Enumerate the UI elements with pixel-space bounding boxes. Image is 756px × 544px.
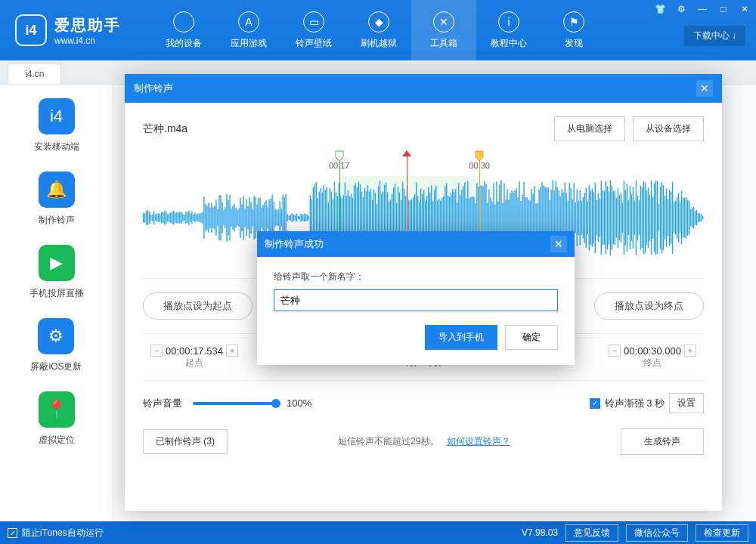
svg-rect-329: [642, 187, 643, 249]
svg-rect-104: [301, 214, 302, 222]
svg-rect-108: [307, 215, 308, 221]
svg-rect-25: [181, 212, 181, 223]
svg-rect-196: [440, 200, 441, 234]
svg-rect-3: [147, 210, 148, 225]
version-label: V7.98.03: [522, 527, 558, 538]
sidebar-item-block-update[interactable]: ⚙屏蔽iOS更新: [30, 318, 82, 373]
svg-rect-292: [586, 187, 587, 247]
fade-checkbox[interactable]: ✓: [590, 398, 600, 409]
import-to-phone-button[interactable]: 导入到手机: [425, 325, 497, 350]
svg-rect-331: [645, 183, 646, 253]
svg-rect-207: [457, 202, 457, 233]
svg-rect-102: [298, 216, 299, 219]
svg-rect-340: [658, 204, 659, 232]
volume-slider[interactable]: [193, 402, 276, 405]
svg-rect-29: [187, 212, 187, 223]
choose-from-device-button[interactable]: 从设备选择: [633, 116, 704, 141]
sidebar-item-install[interactable]: i4安装移动端: [34, 98, 79, 153]
svg-rect-38: [200, 213, 201, 223]
settings-icon[interactable]: ⚙: [674, 3, 688, 15]
choose-from-pc-button[interactable]: 从电脑选择: [554, 116, 625, 141]
end-caption: 终点: [609, 357, 696, 369]
svg-rect-5: [150, 215, 151, 221]
svg-rect-302: [601, 181, 602, 255]
svg-rect-53: [223, 210, 224, 225]
download-center-button[interactable]: 下载中心 ↓: [684, 26, 745, 46]
page-tab[interactable]: i4.cn: [8, 63, 61, 84]
how-to-link[interactable]: 如何设置铃声？: [447, 436, 510, 447]
svg-rect-332: [646, 190, 647, 246]
nav-toolbox[interactable]: ✕工具箱: [411, 0, 476, 60]
nav-discover[interactable]: ⚑发现: [541, 0, 606, 60]
start-plus-button[interactable]: +: [226, 345, 238, 357]
fade-label: 铃声渐强 3 秒: [605, 397, 665, 410]
volume-value: 100%: [287, 397, 311, 409]
svg-rect-307: [609, 191, 609, 244]
svg-rect-70: [249, 197, 249, 238]
svg-rect-297: [593, 192, 594, 243]
svg-rect-335: [651, 181, 652, 255]
svg-rect-305: [606, 181, 606, 255]
svg-rect-334: [649, 195, 650, 241]
svg-rect-350: [674, 202, 674, 233]
made-ringtones-button[interactable]: 已制作铃声 (3): [143, 429, 228, 454]
itunes-checkbox[interactable]: ✓: [8, 528, 17, 538]
svg-rect-268: [549, 200, 550, 235]
set-play-end-button[interactable]: 播放点设为终点: [594, 292, 704, 320]
nav-jailbreak[interactable]: ◆刷机越狱: [346, 0, 411, 60]
success-close-button[interactable]: ✕: [550, 236, 567, 252]
nav-ringtone-wallpaper[interactable]: ▭铃声壁纸: [281, 0, 346, 60]
feedback-button[interactable]: 意见反馈: [565, 524, 618, 542]
nav-tutorials[interactable]: i教程中心: [476, 0, 541, 60]
svg-rect-67: [244, 209, 245, 227]
generate-ringtone-button[interactable]: 生成铃声: [621, 428, 704, 455]
close-icon[interactable]: ✕: [738, 3, 751, 15]
sidebar-item-screencast[interactable]: ▶手机投屏直播: [29, 245, 84, 300]
svg-rect-20: [173, 211, 174, 225]
start-minus-button[interactable]: −: [150, 345, 163, 357]
svg-rect-227: [487, 202, 488, 233]
check-update-button[interactable]: 检查更新: [696, 524, 748, 542]
svg-rect-89: [277, 209, 278, 226]
ringtone-name-input[interactable]: [274, 289, 558, 311]
maximize-icon[interactable]: □: [717, 3, 730, 15]
svg-rect-285: [575, 202, 576, 233]
sidebar-item-fake-location[interactable]: 📍虚拟定位: [39, 391, 75, 447]
set-play-start-button[interactable]: 播放点设为起点: [143, 292, 253, 320]
svg-rect-99: [293, 215, 294, 221]
minimize-icon[interactable]: —: [696, 3, 709, 15]
svg-rect-339: [657, 181, 658, 254]
svg-rect-191: [432, 201, 433, 234]
svg-rect-347: [669, 190, 670, 246]
svg-rect-170: [401, 200, 401, 236]
svg-rect-61: [235, 208, 236, 227]
ringtone-close-button[interactable]: ✕: [696, 80, 713, 97]
shirt-icon[interactable]: 👕: [653, 3, 667, 15]
ok-button[interactable]: 确定: [505, 325, 558, 350]
audio-filename: 芒种.m4a: [143, 122, 187, 136]
svg-rect-22: [176, 212, 177, 223]
wechat-button[interactable]: 微信公众号: [626, 524, 688, 542]
svg-rect-357: [684, 198, 685, 237]
fade-settings-button[interactable]: 设置: [669, 393, 704, 413]
sidebar-item-ringtone[interactable]: 🔔制作铃声: [39, 172, 75, 227]
volume-label: 铃声音量: [143, 397, 182, 410]
svg-rect-7: [153, 211, 154, 224]
svg-rect-31: [190, 213, 191, 222]
start-caption: 起点: [150, 357, 238, 369]
nav-apps[interactable]: A应用游戏: [216, 0, 281, 60]
svg-rect-219: [475, 203, 476, 232]
end-plus-button[interactable]: +: [684, 345, 696, 357]
svg-rect-10: [158, 214, 159, 222]
svg-rect-360: [689, 201, 689, 234]
svg-rect-330: [643, 181, 644, 255]
ringtone-modal-title: 制作铃声: [134, 82, 173, 95]
nav-my-device[interactable]: 我的设备: [151, 0, 216, 60]
svg-rect-237: [502, 203, 503, 233]
svg-rect-182: [419, 202, 420, 233]
svg-rect-186: [425, 201, 426, 235]
end-minus-button[interactable]: −: [609, 345, 621, 357]
svg-rect-289: [581, 200, 582, 235]
svg-rect-366: [698, 213, 699, 223]
svg-rect-167: [396, 203, 397, 233]
